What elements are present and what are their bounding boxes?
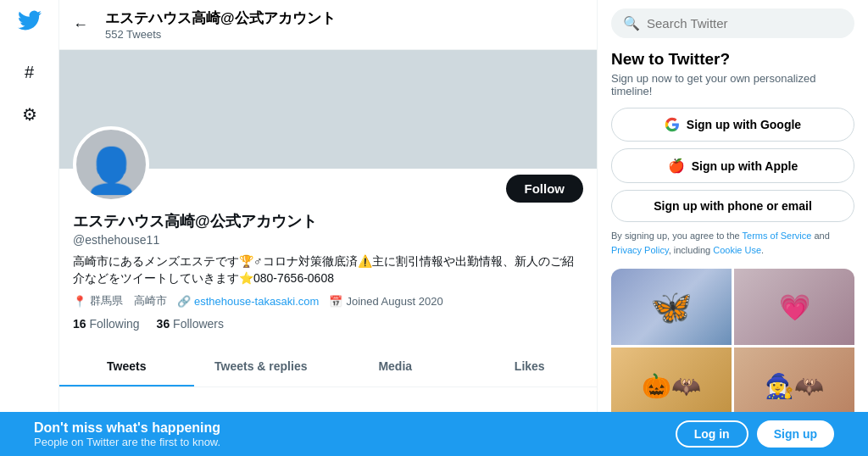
tab-tweets-replies[interactable]: Tweets & replies xyxy=(194,348,329,386)
halloween2-icon: 🧙‍♀️🦇 xyxy=(765,372,824,400)
profile-stats: 16 Following 36 Followers xyxy=(73,317,583,331)
search-input[interactable] xyxy=(647,16,843,31)
follow-button[interactable]: Follow xyxy=(506,175,584,203)
photo-cell-1[interactable]: 🦋 xyxy=(611,269,732,345)
bottom-bar-title: Don't miss what's happening xyxy=(34,420,220,436)
terms-text: By signing up, you agree to the Terms of… xyxy=(611,229,854,257)
profile-tabs: Tweets Tweets & replies Media Likes xyxy=(59,348,597,387)
profile-name: エステハウス高崎@公式アカウント xyxy=(73,211,583,231)
tab-tweets[interactable]: Tweets xyxy=(59,348,194,386)
login-button[interactable]: Log in xyxy=(676,420,748,448)
left-sidebar: # ⚙ xyxy=(0,0,59,456)
explore-icon: # xyxy=(25,63,34,82)
bottom-bar-subtitle: People on Twitter are the first to know. xyxy=(34,436,220,448)
photo-cell-2[interactable]: 💗 xyxy=(734,269,854,345)
back-button[interactable]: ← xyxy=(73,16,88,34)
cookie-link[interactable]: Cookie Use xyxy=(713,245,761,255)
signup-subtext: Sign up now to get your own personalized… xyxy=(611,72,854,97)
profile-info: エステハウス高崎@公式アカウント @esthehouse11 高崎市にあるメンズ… xyxy=(59,211,597,348)
avatar-section: 👤 Follow xyxy=(59,126,597,203)
sidebar-item-explore[interactable]: # xyxy=(13,55,47,89)
profile-bio: 高崎市にあるメンズエステです🏆♂️コロナ対策徹底済⚠️主に割引情報や出勤情報、新… xyxy=(73,253,583,286)
halloween-icon: 🎃🦇 xyxy=(642,372,701,400)
profile-meta: 📍 群馬県 高崎市 🔗 esthehouse-takasaki.com 📅 Jo… xyxy=(73,293,583,309)
profile-location: 📍 群馬県 高崎市 xyxy=(73,293,167,309)
search-icon: 🔍 xyxy=(623,15,640,31)
apple-icon: 🍎 xyxy=(668,158,685,174)
photo-grid: 🦋 💗 🎃🦇 🧙‍♀️🦇 xyxy=(611,269,854,424)
followers-stat[interactable]: 36 Followers xyxy=(157,317,224,331)
location-icon: 📍 xyxy=(73,295,86,308)
profile-website[interactable]: 🔗 esthehouse-takasaki.com xyxy=(177,295,319,308)
twitter-logo[interactable] xyxy=(18,8,42,38)
heart-icon: 💗 xyxy=(779,292,810,322)
profile-area: ← エステハウス高崎@公式アカウント 552 Tweets 👤 Follow エ… xyxy=(59,0,597,456)
right-sidebar: 🔍 New to Twitter? Sign up now to get you… xyxy=(597,0,868,456)
tab-likes[interactable]: Likes xyxy=(463,348,598,386)
settings-icon: ⚙ xyxy=(22,104,37,125)
bottom-bar-buttons: Log in Sign up xyxy=(676,420,834,448)
header-title: エステハウス高崎@公式アカウント xyxy=(105,8,336,28)
following-stat[interactable]: 16 Following xyxy=(73,317,140,331)
terms-link[interactable]: Terms of Service xyxy=(743,231,812,241)
header-tweet-count: 552 Tweets xyxy=(105,28,336,41)
header-info: エステハウス高崎@公式アカウント 552 Tweets xyxy=(105,8,336,41)
signup-bar-button[interactable]: Sign up xyxy=(757,420,834,448)
signup-box: New to Twitter? Sign up now to get your … xyxy=(611,50,854,257)
signup-apple-button[interactable]: 🍎 Sign up with Apple xyxy=(611,148,854,183)
google-icon xyxy=(665,117,680,132)
profile-header-bar: ← エステハウス高崎@公式アカウント 552 Tweets xyxy=(59,0,597,50)
signup-heading: New to Twitter? xyxy=(611,50,854,69)
butterfly-icon: 🦋 xyxy=(650,287,693,327)
tab-media[interactable]: Media xyxy=(328,348,463,386)
sidebar-item-settings[interactable]: ⚙ xyxy=(13,97,47,131)
avatar-placeholder-icon: 👤 xyxy=(84,145,139,197)
signup-google-button[interactable]: Sign up with Google xyxy=(611,108,854,142)
link-icon: 🔗 xyxy=(177,295,191,308)
profile-handle: @esthehouse11 xyxy=(73,233,583,247)
privacy-link[interactable]: Privacy Policy xyxy=(611,245,669,255)
search-bar[interactable]: 🔍 xyxy=(611,8,854,38)
avatar: 👤 xyxy=(73,126,149,203)
signup-phone-button[interactable]: Sign up with phone or email xyxy=(611,190,854,222)
profile-joined: 📅 Joined August 2020 xyxy=(329,295,442,308)
bottom-bar: Don't miss what's happening People on Tw… xyxy=(0,412,868,456)
bottom-bar-text: Don't miss what's happening People on Tw… xyxy=(34,420,220,448)
calendar-icon: 📅 xyxy=(329,295,342,308)
